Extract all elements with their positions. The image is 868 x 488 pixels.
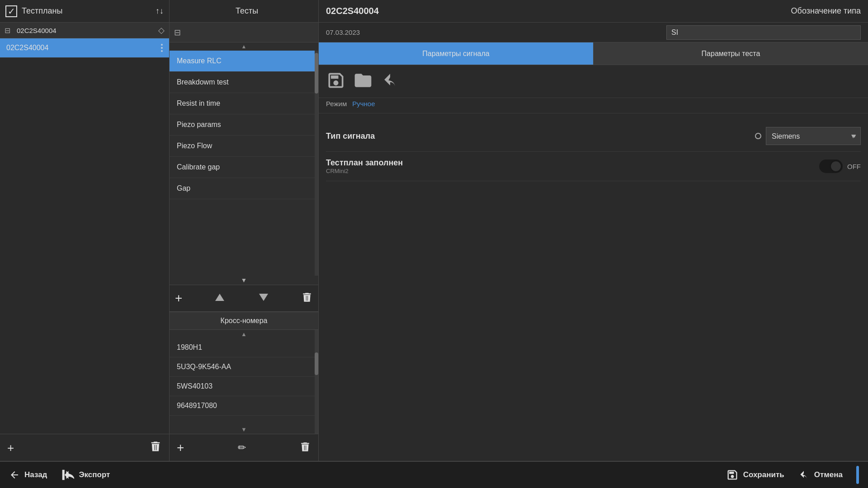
test-item-gap[interactable]: Gap bbox=[170, 178, 318, 199]
cross-scrollbar-track[interactable] bbox=[315, 330, 318, 434]
signal-type-row: Тип сигнала Siemens ▼ bbox=[326, 121, 861, 152]
crossnumbers-header: Кросс-номера bbox=[170, 312, 318, 330]
test-item-measure-rlc[interactable]: Measure RLC bbox=[170, 51, 318, 72]
tab-bar: Параметры сигнала Параметры теста bbox=[319, 42, 868, 65]
export-icon bbox=[61, 468, 74, 482]
test-item-calibrate-gap[interactable]: Calibrate gap bbox=[170, 157, 318, 178]
tests-filter-row: ⊟ bbox=[170, 23, 318, 42]
crossnumber-item[interactable]: 5WS40103 bbox=[170, 377, 318, 396]
export-label: Экспорт bbox=[79, 470, 110, 479]
trash-icon bbox=[149, 440, 162, 453]
test-item-label: Piezo Flow bbox=[177, 142, 212, 150]
bottom-bar-right: Сохранить Отмена bbox=[726, 466, 859, 484]
clear-filter-icon[interactable]: ◇ bbox=[158, 25, 165, 35]
test-item-label: Gap bbox=[177, 184, 190, 192]
back-button[interactable]: Назад bbox=[9, 469, 47, 480]
test-scroll-area[interactable]: Measure RLC Breakdowm test Resist in tim… bbox=[170, 51, 318, 276]
test-item-label: Resist in time bbox=[177, 99, 220, 108]
signal-type-select[interactable]: Siemens bbox=[766, 127, 861, 145]
radio-button[interactable] bbox=[755, 133, 761, 139]
details-subheader: 07.03.2023 bbox=[319, 23, 868, 42]
move-down-icon bbox=[257, 292, 270, 303]
folder-icon bbox=[353, 70, 373, 90]
undo-icon-button[interactable] bbox=[380, 70, 400, 92]
delete-test-button[interactable] bbox=[301, 291, 313, 305]
add-testplan-button[interactable]: + bbox=[7, 442, 14, 454]
testplans-header: ✓ Тестпланы ↑↓ bbox=[0, 0, 169, 23]
test-item-label: Calibrate gap bbox=[177, 163, 220, 171]
move-down-button[interactable] bbox=[257, 292, 270, 305]
tests-scrollbar-track[interactable] bbox=[315, 51, 318, 276]
details-panel: 02C2S40004 Обозначение типа 07.03.2023 П… bbox=[319, 0, 868, 461]
save-button[interactable]: Сохранить bbox=[726, 469, 784, 481]
move-up-button[interactable] bbox=[213, 292, 226, 305]
sort-icon[interactable]: ↑↓ bbox=[156, 6, 164, 16]
test-item-piezo-flow[interactable]: Piezo Flow bbox=[170, 136, 318, 157]
test-list: ▲ Measure RLC Breakdowm test Resist in t… bbox=[170, 42, 318, 285]
save-label: Сохранить bbox=[743, 470, 784, 479]
svg-rect-2 bbox=[62, 470, 65, 480]
tests-scrollbar-thumb[interactable] bbox=[315, 53, 318, 94]
testplans-bottom-toolbar: + bbox=[0, 434, 169, 461]
test-item-piezo-params[interactable]: Piezo params bbox=[170, 114, 318, 136]
edit-crossnumber-button[interactable]: ✏ bbox=[238, 442, 246, 454]
crossnumbers-list[interactable]: ▲ 1980H1 5U3Q-9K546-AA 5WS40103 96489170… bbox=[170, 330, 318, 434]
testplan-filled-stack: Тестплан заполнен CRMini2 bbox=[326, 158, 819, 174]
cancel-icon bbox=[798, 469, 810, 481]
dots-menu-icon[interactable] bbox=[161, 44, 163, 52]
crossnumbers-section: Кросс-номера ▲ 1980H1 5U3Q-9K546-AA 5WS4… bbox=[170, 312, 318, 461]
checkbox-icon: ✓ bbox=[5, 5, 17, 17]
signal-type-select-wrapper: Siemens ▼ bbox=[766, 127, 861, 145]
cancel-button[interactable]: Отмена bbox=[798, 469, 843, 481]
add-test-button[interactable]: + bbox=[175, 291, 182, 305]
toggle-state-label: OFF bbox=[847, 163, 861, 170]
bottom-bar: Назад Экспорт Сохранить Отмена bbox=[0, 461, 868, 488]
move-up-icon bbox=[213, 292, 226, 303]
mode-row: Режим Ручное bbox=[319, 98, 868, 113]
mode-value[interactable]: Ручное bbox=[352, 100, 375, 108]
filter-value: 02C2S40004 bbox=[17, 27, 57, 34]
details-header: 02C2S40004 Обозначение типа bbox=[319, 0, 868, 23]
type-designation-label: Обозначение типа bbox=[791, 6, 861, 16]
cross-scrollbar-thumb[interactable] bbox=[315, 352, 318, 375]
testplans-title: Тестпланы bbox=[22, 6, 62, 16]
save-icon-button[interactable] bbox=[326, 70, 346, 92]
delete-crossnumber-button[interactable] bbox=[299, 441, 311, 455]
testplans-panel: ✓ Тестпланы ↑↓ ⊟ 02C2S40004 ◇ 02C2S40004… bbox=[0, 0, 170, 461]
tab-test-params[interactable]: Параметры теста bbox=[593, 42, 868, 65]
export-button[interactable]: Экспорт bbox=[61, 468, 110, 482]
toggle-container: OFF bbox=[819, 160, 861, 173]
test-item-resist-in-time[interactable]: Resist in time bbox=[170, 93, 318, 114]
cancel-label: Отмена bbox=[814, 470, 843, 479]
folder-icon-button[interactable] bbox=[353, 70, 373, 92]
tab-signal-params[interactable]: Параметры сигнала bbox=[319, 42, 593, 65]
toggle-switch[interactable] bbox=[819, 160, 843, 173]
back-label: Назад bbox=[24, 470, 47, 479]
mode-label: Режим bbox=[326, 100, 347, 108]
testplan-filled-label: Тестплан заполнен bbox=[326, 158, 819, 168]
testplan-device-label: CRMini2 bbox=[326, 168, 819, 174]
details-toolbar bbox=[319, 65, 868, 98]
date-field: 07.03.2023 bbox=[326, 28, 360, 36]
test-item-label: Measure RLC bbox=[177, 57, 222, 65]
type-value-input[interactable] bbox=[666, 25, 861, 40]
testplan-item-name: 02C2S40004 bbox=[6, 44, 48, 52]
undo-icon bbox=[380, 70, 400, 90]
crossnumber-item[interactable]: 9648917080 bbox=[170, 396, 318, 416]
signal-type-value-container: Siemens ▼ bbox=[755, 127, 861, 145]
delete-testplan-button[interactable] bbox=[149, 440, 162, 455]
scroll-up-indicator: ▲ bbox=[170, 42, 318, 51]
cross-scroll-up: ▲ bbox=[170, 330, 318, 338]
save-bottom-icon bbox=[726, 469, 739, 481]
test-item-breakdown[interactable]: Breakdowm test bbox=[170, 72, 318, 93]
tests-panel: ⊟ Тесты ⊟ ▲ Measure RLC Breakdowm test R… bbox=[170, 0, 319, 461]
crossnumber-item[interactable]: 5U3Q-9K546-AA bbox=[170, 357, 318, 377]
testplans-filter-row: ⊟ 02C2S40004 ◇ bbox=[0, 23, 169, 38]
crossnumbers-title: Кросс-номера bbox=[221, 317, 268, 324]
add-crossnumber-button[interactable]: + bbox=[177, 441, 184, 455]
testplan-item[interactable]: 02C2S40004 bbox=[0, 38, 169, 58]
right-edge-indicator bbox=[856, 466, 859, 484]
trash-icon bbox=[301, 291, 313, 303]
crossnumber-item[interactable]: 1980H1 bbox=[170, 338, 318, 357]
testplan-filled-row: Тестплан заполнен CRMini2 OFF bbox=[326, 152, 861, 181]
